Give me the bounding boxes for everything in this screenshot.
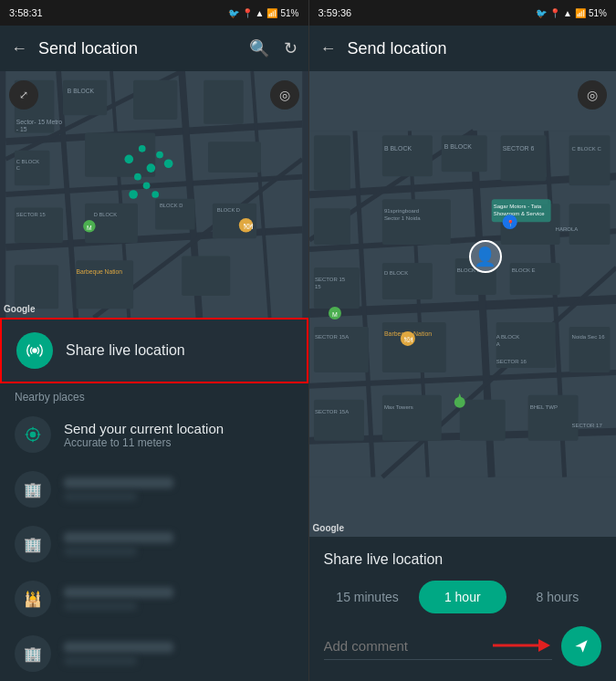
svg-text:M: M — [331, 311, 337, 318]
broadcast-icon — [25, 340, 45, 361]
send-button[interactable] — [561, 626, 601, 666]
right-map-eye-button[interactable]: ◎ — [578, 80, 607, 110]
svg-text:D BLOCK: D BLOCK — [383, 270, 407, 276]
current-location-row[interactable]: Send your current location Accurate to 1… — [0, 407, 308, 462]
left-app-bar: ← Send location 🔍 ↻ — [0, 26, 308, 71]
svg-rect-66 — [313, 135, 350, 190]
svg-rect-15 — [85, 133, 155, 177]
left-refresh-button[interactable]: ↻ — [284, 38, 298, 58]
svg-text:Sector- 15 Metro: Sector- 15 Metro — [16, 119, 63, 125]
place-sub-blur-2 — [64, 547, 137, 556]
svg-text:B BLOCK: B BLOCK — [383, 145, 412, 152]
right-back-button[interactable]: ← — [320, 39, 337, 58]
svg-text:BHEL TWP: BHEL TWP — [529, 404, 557, 410]
left-status-bar: 3:58:31 🐦 📍 ▲ 📶 51% — [0, 0, 308, 26]
right-status-icons: 🐦 📍 ▲ 📶 51% — [536, 8, 607, 18]
svg-point-41 — [129, 190, 138, 199]
right-map-svg: B BLOCK B BLOCK SECTOR 6 C BLOCK C 91spr… — [309, 71, 617, 537]
left-bottom-section: Share live location Nearby places Send y… — [0, 318, 308, 681]
svg-text:SECTOR 16: SECTOR 16 — [496, 359, 527, 364]
svg-rect-23 — [182, 257, 230, 296]
svg-point-39 — [164, 159, 173, 168]
left-back-button[interactable]: ← — [11, 39, 27, 58]
svg-text:C: C — [16, 165, 20, 171]
svg-text:BLOCK D: BLOCK D — [160, 203, 183, 208]
svg-rect-83 — [313, 400, 363, 441]
duration-8hours-button[interactable]: 8 hours — [514, 581, 601, 613]
left-map-eye-button[interactable]: ◎ — [270, 80, 299, 110]
target-icon — [24, 425, 42, 444]
duration-row: 15 minutes 1 hour 8 hours — [324, 581, 602, 613]
right-panel: 3:59:36 🐦 📍 ▲ 📶 51% ← Send location — [308, 0, 617, 681]
svg-text:C BLOCK C: C BLOCK C — [571, 146, 601, 152]
right-status-bar: 3:59:36 🐦 📍 ▲ 📶 51% — [309, 0, 617, 26]
right-google-label: Google — [313, 523, 344, 533]
svg-point-40 — [143, 183, 151, 190]
left-map[interactable]: Sector- 15 Metro - 15 B BLOCK C BLOCK C … — [0, 71, 308, 318]
signal-icon: 📶 — [266, 8, 277, 18]
svg-text:SECTOR 15A: SECTOR 15A — [314, 409, 348, 414]
share-live-location-row[interactable]: Share live location — [0, 318, 308, 383]
right-map[interactable]: B BLOCK B BLOCK SECTOR 6 C BLOCK C 91spr… — [309, 71, 617, 537]
svg-point-36 — [147, 163, 156, 173]
user-avatar-marker: 👤 — [469, 240, 502, 273]
place-text-4 — [64, 642, 173, 665]
right-app-bar: ← Send location — [309, 26, 617, 71]
svg-rect-70 — [569, 135, 610, 185]
place-name-blur-3 — [64, 587, 173, 598]
place-row-2[interactable]: 🏢 — [0, 517, 308, 571]
svg-text:SECTOR 15A: SECTOR 15A — [314, 334, 348, 340]
right-location-icon: 📍 — [549, 8, 560, 18]
place-row-4[interactable]: 🏢 — [0, 626, 308, 681]
svg-rect-16 — [208, 141, 261, 173]
svg-text:M: M — [87, 225, 92, 231]
svg-rect-21 — [15, 265, 58, 309]
svg-text:D BLOCK: D BLOCK — [94, 212, 117, 217]
place-name-blur-4 — [64, 642, 173, 653]
left-search-button[interactable]: 🔍 — [249, 38, 269, 58]
svg-text:Sagar Motors - Tata: Sagar Motors - Tata — [493, 204, 541, 209]
right-page-title: Send location — [348, 39, 606, 58]
left-app-bar-actions: 🔍 ↻ — [249, 38, 298, 58]
svg-point-38 — [156, 152, 163, 159]
svg-text:C BLOCK: C BLOCK — [16, 159, 39, 164]
place-row-3[interactable]: 🕌 — [0, 571, 308, 626]
share-live-sheet: Share live location 15 minutes 1 hour 8 … — [309, 537, 617, 681]
place-sub-blur-4 — [64, 656, 137, 665]
comment-row — [324, 626, 602, 666]
expand-icon: ⤢ — [19, 89, 28, 101]
duration-1hour-button[interactable]: 1 hour — [419, 581, 506, 613]
svg-rect-13 — [204, 80, 243, 124]
left-map-expand-button[interactable]: ⤢ — [9, 80, 38, 110]
right-wifi-icon: ▲ — [563, 8, 572, 18]
right-signal-icon: 📶 — [575, 8, 586, 18]
place-text-3 — [64, 587, 173, 611]
svg-rect-84 — [381, 395, 441, 441]
place-icon-3: 🕌 — [15, 581, 51, 617]
share-live-location-label: Share live location — [66, 342, 185, 359]
svg-point-47 — [32, 348, 37, 353]
place-row-1[interactable]: 🏢 — [0, 462, 308, 517]
wifi-icon: ▲ — [256, 8, 265, 18]
place-name-blur-1 — [64, 477, 173, 488]
svg-point-48 — [30, 432, 37, 438]
left-status-icons: 🐦 📍 ▲ 📶 51% — [228, 8, 299, 18]
svg-text:🍽: 🍽 — [244, 221, 253, 231]
send-icon — [572, 637, 590, 655]
svg-rect-76 — [381, 263, 432, 299]
arrow-indicator — [488, 632, 552, 659]
duration-15min-button[interactable]: 15 minutes — [324, 581, 412, 613]
svg-text:BLOCK E: BLOCK E — [511, 267, 535, 273]
svg-rect-71 — [313, 208, 350, 245]
svg-text:Barbeque Nation: Barbeque Nation — [76, 268, 122, 276]
live-location-icon — [16, 332, 53, 369]
svg-text:HAROLA: HAROLA — [555, 226, 578, 232]
svg-text:Sector 1 Noida: Sector 1 Noida — [383, 215, 420, 221]
left-time: 3:58:31 — [9, 7, 43, 18]
svg-text:🍽: 🍽 — [403, 335, 412, 344]
svg-text:Noida Sec 16: Noida Sec 16 — [571, 334, 605, 340]
svg-text:SECTOR 15: SECTOR 15 — [16, 212, 46, 217]
right-twitter-icon: 🐦 — [536, 8, 547, 18]
current-location-text: Send your current location Accurate to 1… — [64, 421, 224, 449]
place-text-2 — [64, 532, 173, 556]
